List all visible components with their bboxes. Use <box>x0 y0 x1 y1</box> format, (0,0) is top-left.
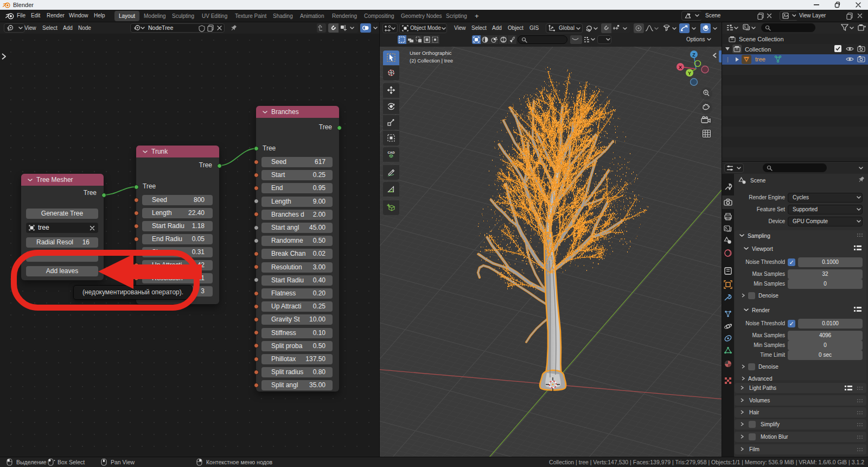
svg-text:Z: Z <box>692 52 695 58</box>
svg-text:Y: Y <box>688 71 691 76</box>
svg-text:X: X <box>679 65 682 70</box>
svg-text:CAD: CAD <box>388 151 395 154</box>
